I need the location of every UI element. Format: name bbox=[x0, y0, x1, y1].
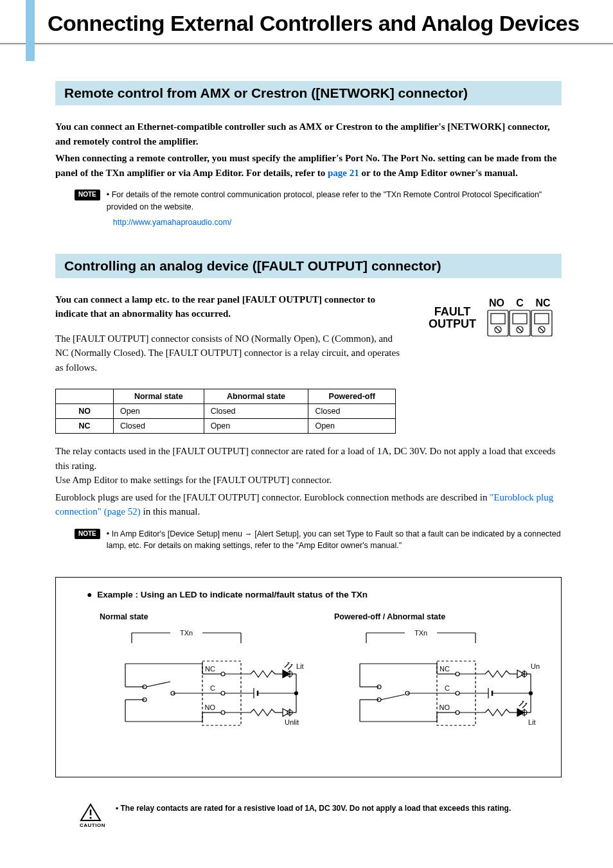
section2-intro-2: The [FAULT OUTPUT] connector consists of… bbox=[55, 332, 405, 375]
caution-body-text: The relay contacts are rated for a resis… bbox=[121, 804, 511, 813]
pin-label-nc: NC bbox=[535, 297, 551, 308]
fault-output-connector-diagram: NO C NC bbox=[486, 297, 553, 339]
svg-point-40 bbox=[221, 711, 225, 714]
example-diagram-box: ● Example : Using an LED to indicate nor… bbox=[55, 577, 562, 777]
svg-line-26 bbox=[288, 666, 292, 669]
table-row: NC Closed Open Open bbox=[56, 419, 396, 434]
svg-rect-4 bbox=[513, 314, 527, 324]
section-heading-fault-output: Controlling an analog device ([FAULT OUT… bbox=[55, 254, 562, 278]
after-table-2: Use Amp Editor to make settings for the … bbox=[55, 473, 562, 488]
fault-output-label: FAULT OUTPUT bbox=[429, 306, 476, 330]
tbl-row-nc-label: NC bbox=[56, 419, 114, 434]
svg-line-9 bbox=[496, 328, 500, 332]
note-bullet: • bbox=[107, 190, 109, 199]
circuit-diagram-abnormal: TXn NC bbox=[321, 625, 540, 741]
svg-point-31 bbox=[221, 691, 225, 695]
svg-text:Unlit: Unlit bbox=[285, 718, 299, 726]
svg-text:Lit: Lit bbox=[528, 718, 536, 726]
svg-point-79 bbox=[456, 691, 459, 695]
tbl-row-no-label: NO bbox=[56, 404, 114, 419]
link-page-21[interactable]: page 21 bbox=[328, 168, 359, 178]
tbl-cell: Closed bbox=[114, 419, 204, 434]
tbl-header-poweroff: Powered-off bbox=[308, 389, 396, 404]
svg-text:Lit: Lit bbox=[296, 662, 304, 670]
after-table-3-post: in this manual. bbox=[141, 506, 200, 517]
note-badge: NOTE bbox=[75, 190, 100, 200]
diagram-title: ● Example : Using an LED to indicate nor… bbox=[87, 589, 543, 599]
caution-block: CAUTION • The relay contacts are rated f… bbox=[80, 803, 562, 828]
svg-text:NO: NO bbox=[205, 704, 216, 711]
svg-text:TXn: TXn bbox=[414, 629, 427, 637]
title-rule bbox=[0, 43, 613, 44]
tbl-cell: Closed bbox=[204, 404, 308, 419]
tbl-cell: Open bbox=[204, 419, 308, 434]
chapter-accent-bar bbox=[26, 0, 35, 61]
svg-marker-95 bbox=[525, 703, 528, 704]
caution-label: CAUTION bbox=[80, 822, 105, 828]
svg-text:Unlit: Unlit bbox=[531, 662, 540, 670]
pin-label-c: C bbox=[516, 297, 524, 308]
fault-output-label-1: FAULT bbox=[429, 306, 476, 318]
svg-marker-27 bbox=[290, 664, 293, 666]
svg-line-50 bbox=[147, 682, 170, 687]
svg-text:NC: NC bbox=[440, 665, 450, 673]
svg-line-11 bbox=[540, 328, 544, 332]
section1-intro-2-post: or to the Amp Editor owner's manual. bbox=[359, 168, 518, 178]
section-heading-network: Remote control from AMX or Crestron ([NE… bbox=[55, 81, 562, 105]
diagram-normal-label: Normal state bbox=[100, 612, 308, 621]
svg-text:NO: NO bbox=[440, 704, 450, 711]
section2-intro-1: You can connect a lamp etc. to the rear … bbox=[55, 292, 405, 321]
svg-line-101 bbox=[381, 695, 405, 700]
svg-line-92 bbox=[519, 702, 523, 706]
note-badge-2: NOTE bbox=[75, 529, 100, 540]
state-table: Normal state Abnormal state Powered-off … bbox=[55, 389, 396, 434]
svg-point-19 bbox=[221, 672, 225, 676]
warning-triangle-icon bbox=[80, 803, 102, 822]
pin-label-no: NO bbox=[489, 297, 504, 308]
note-body-2: • In Amp Editor's [Device Setup] menu → … bbox=[107, 528, 562, 551]
circuit-diagram-normal: TXn NC bbox=[87, 625, 305, 741]
fault-output-label-2: OUTPUT bbox=[429, 318, 476, 330]
after-table-3: Euroblock plugs are used for the [FAULT … bbox=[55, 490, 562, 519]
section1-intro-2: When connecting a remote controller, you… bbox=[55, 151, 562, 180]
tbl-cell: Open bbox=[308, 419, 396, 434]
note-text-2: In Amp Editor's [Device Setup] menu → [A… bbox=[107, 529, 561, 550]
svg-text:TXn: TXn bbox=[180, 629, 193, 637]
svg-rect-3 bbox=[491, 314, 505, 324]
note-block-2: NOTE • In Amp Editor's [Device Setup] me… bbox=[75, 528, 562, 551]
table-row: NO Open Closed Closed bbox=[56, 404, 396, 419]
svg-text:C: C bbox=[445, 684, 450, 692]
svg-point-87 bbox=[456, 711, 459, 714]
note-body-1: • For details of the remote control comm… bbox=[107, 189, 562, 227]
svg-marker-93 bbox=[522, 701, 524, 702]
note-text-1: For details of the remote control commun… bbox=[107, 190, 542, 211]
caution-text: • The relay contacts are rated for a res… bbox=[116, 803, 562, 814]
svg-point-70 bbox=[456, 672, 459, 676]
svg-rect-5 bbox=[535, 314, 549, 324]
svg-point-116 bbox=[89, 817, 91, 819]
svg-marker-25 bbox=[287, 662, 290, 664]
note-bullet-2: • bbox=[107, 529, 109, 538]
after-table-3-pre: Euroblock plugs are used for the [FAULT … bbox=[55, 492, 490, 502]
tbl-header-abnormal: Abnormal state bbox=[204, 389, 308, 404]
after-table-1: The relay contacts used in the [FAULT OU… bbox=[55, 444, 562, 473]
tbl-cell: Open bbox=[114, 404, 204, 419]
diagram-title-bullet: ● bbox=[87, 589, 92, 599]
svg-text:NC: NC bbox=[205, 665, 215, 673]
note-block-1: NOTE • For details of the remote control… bbox=[75, 189, 562, 227]
caution-icon: CAUTION bbox=[80, 803, 105, 828]
tbl-header-normal: Normal state bbox=[114, 389, 204, 404]
chapter-title: Connecting External Controllers and Anal… bbox=[0, 0, 613, 43]
tbl-header-blank bbox=[56, 389, 114, 404]
svg-line-24 bbox=[285, 664, 289, 668]
tbl-cell: Closed bbox=[308, 404, 396, 419]
svg-line-10 bbox=[518, 328, 522, 332]
link-yamaha-url[interactable]: http://www.yamahaproaudio.com/ bbox=[113, 217, 562, 228]
svg-line-94 bbox=[522, 704, 526, 708]
svg-text:C: C bbox=[210, 684, 215, 692]
caution-bullet: • bbox=[116, 804, 118, 813]
diagram-abnormal-label: Powered-off / Abnormal state bbox=[334, 612, 543, 621]
section1-intro-1: You can connect an Ethernet-compatible c… bbox=[55, 120, 562, 148]
page-footer: TX6n/5n/4n Reference Manual 51 bbox=[0, 828, 613, 868]
diagram-title-text: Example : Using an LED to indicate norma… bbox=[97, 590, 368, 599]
